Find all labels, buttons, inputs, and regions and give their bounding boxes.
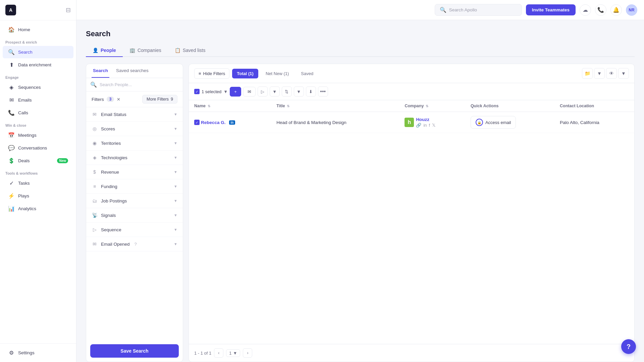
filters-clear-icon[interactable]: ✕ bbox=[117, 97, 120, 102]
tab-saved-lists[interactable]: 📋 Saved lists bbox=[168, 44, 212, 57]
toolbar-dropdown-btn[interactable]: ▼ bbox=[594, 68, 605, 79]
linkedin-company-icon[interactable]: in bbox=[423, 123, 427, 128]
app-logo[interactable]: A bbox=[5, 5, 16, 15]
user-avatar[interactable]: NR bbox=[626, 4, 637, 16]
sort-arrow-icon: ⇅ bbox=[208, 104, 210, 108]
filter-item-email-status[interactable]: ✉ Email Status ▼ bbox=[86, 107, 183, 122]
download-button[interactable]: ⬇ bbox=[306, 86, 316, 97]
page-dropdown-icon: ▼ bbox=[233, 351, 237, 356]
hide-filters-label: Hide Filters bbox=[203, 71, 225, 76]
filter-item-email-opened[interactable]: ✉ Email Opened ? ▼ bbox=[86, 237, 183, 251]
website-link-icon[interactable]: 🔗 bbox=[416, 123, 421, 128]
filter-item-scores[interactable]: ◎ Scores ▼ bbox=[86, 122, 183, 136]
access-email-button[interactable]: 🔒 Access email bbox=[471, 116, 516, 129]
linkedin-icon[interactable]: in bbox=[229, 120, 235, 125]
results-toolbar-right: 📁 ▼ 👁 ▼ bbox=[582, 68, 629, 79]
result-tab-saved[interactable]: Saved bbox=[296, 69, 318, 78]
filter-search-input[interactable] bbox=[100, 82, 179, 87]
job-title-text: Head of Brand & Marketing Design bbox=[276, 120, 346, 125]
results-toolbar-left: ≡ Hide Filters Total (1) Net New (1) Sav… bbox=[194, 68, 318, 79]
search-apollo-box[interactable]: 🔍 Search Apollo bbox=[435, 4, 522, 16]
more-filters-button[interactable]: More Filters 9 bbox=[142, 95, 177, 104]
filter-item-signals[interactable]: 📡 Signals ▼ bbox=[86, 208, 183, 223]
help-button[interactable]: ? bbox=[621, 339, 636, 354]
sidebar-item-tasks[interactable]: ✓ Tasks bbox=[3, 177, 73, 189]
chevron-down-icon: ▼ bbox=[174, 112, 177, 116]
result-tab-total[interactable]: Total (1) bbox=[232, 69, 258, 78]
selected-count-label: 1 selected bbox=[202, 89, 221, 94]
filter-header: Filters 3 ✕ More Filters 9 bbox=[86, 92, 183, 107]
topbar-upload-icon[interactable]: ☁ bbox=[580, 4, 591, 16]
export-icon-btn[interactable]: 📁 bbox=[582, 68, 593, 79]
sidebar-section-prospect: Prospect & enrich bbox=[0, 36, 76, 46]
tab-people[interactable]: 👤 People bbox=[86, 44, 123, 57]
filter-item-job-postings[interactable]: 🗂 Job Postings ▼ bbox=[86, 194, 183, 208]
filter-item-funding[interactable]: ≡ Funding ▼ bbox=[86, 179, 183, 194]
search-apollo-icon: 🔍 bbox=[440, 7, 446, 13]
person-name-link[interactable]: Rebecca G. bbox=[201, 120, 226, 125]
send-action-button[interactable]: ▷ bbox=[258, 86, 268, 97]
page-select-dropdown[interactable]: 1 ▼ bbox=[226, 349, 240, 357]
facebook-icon[interactable]: f bbox=[429, 123, 430, 128]
save-search-button[interactable]: Save Search bbox=[90, 344, 179, 358]
tasks-icon: ✓ bbox=[8, 180, 15, 186]
filter-action-button[interactable]: ⇅ bbox=[282, 86, 292, 97]
sidebar-item-sequences[interactable]: ◈ Sequences bbox=[3, 81, 73, 94]
filter-dropdown-button[interactable]: ▼ bbox=[294, 86, 304, 97]
view-icon-btn[interactable]: 👁 bbox=[606, 68, 617, 79]
topbar-phone-icon[interactable]: 📞 bbox=[595, 4, 606, 16]
filter-tab-saved-searches[interactable]: Saved searches bbox=[115, 64, 150, 78]
hide-filters-button[interactable]: ≡ Hide Filters bbox=[194, 68, 229, 79]
sidebar-item-meetings[interactable]: 📅 Meetings bbox=[3, 129, 73, 141]
topbar-bell-icon[interactable]: 🔔 bbox=[610, 4, 622, 16]
sidebar-toggle-icon[interactable]: ⊟ bbox=[66, 6, 71, 14]
more-actions-button[interactable]: ••• bbox=[318, 86, 328, 97]
sidebar-item-calls[interactable]: 📞 Calls bbox=[3, 107, 73, 119]
filter-item-revenue[interactable]: $ Revenue ▼ bbox=[86, 165, 183, 179]
sidebar-item-home[interactable]: 🏠 Home bbox=[3, 23, 73, 36]
invite-teammates-button[interactable]: Invite Teammates bbox=[526, 4, 576, 15]
filter-label: Funding bbox=[101, 184, 117, 189]
sidebar-item-search[interactable]: 🔍 Search bbox=[3, 46, 73, 58]
filter-item-technologies[interactable]: ◈ Technologies ▼ bbox=[86, 150, 183, 165]
sidebar-item-label: Plays bbox=[18, 193, 29, 198]
filter-item-sequence[interactable]: ▷ Sequence ▼ bbox=[86, 223, 183, 237]
prev-page-button[interactable]: ‹ bbox=[214, 348, 223, 358]
filter-tab-search[interactable]: Search bbox=[92, 64, 109, 78]
sidebar-item-settings[interactable]: ⚙ Settings bbox=[3, 347, 73, 359]
company-name-link[interactable]: Houzz bbox=[416, 117, 435, 122]
sequence-icon: ▷ bbox=[92, 227, 98, 232]
view-dropdown-btn[interactable]: ▼ bbox=[618, 68, 629, 79]
selected-checkbox-icon[interactable]: ✓ bbox=[194, 89, 200, 94]
sidebar-item-label: Data enrichment bbox=[18, 62, 51, 67]
tab-label: Saved lists bbox=[183, 48, 206, 53]
chevron-down-icon: ▼ bbox=[174, 170, 177, 174]
sidebar-item-deals[interactable]: 💲 Deals New bbox=[3, 155, 73, 167]
location-text: Palo Alto, California bbox=[560, 120, 599, 125]
chevron-down-icon: ▼ bbox=[174, 213, 177, 217]
sidebar-item-plays[interactable]: ⚡ Plays bbox=[3, 190, 73, 202]
selected-dropdown-icon[interactable]: ▼ bbox=[223, 89, 228, 94]
company-info: h Houzz 🔗 in f 𝕏 bbox=[405, 117, 435, 128]
filter-item-territories[interactable]: ◉ Territories ▼ bbox=[86, 136, 183, 150]
send-dropdown-button[interactable]: ▼ bbox=[270, 86, 280, 97]
sidebar-item-conversations[interactable]: 💬 Conversations bbox=[3, 142, 73, 154]
territories-icon: ◉ bbox=[92, 140, 98, 146]
plays-icon: ⚡ bbox=[8, 193, 15, 199]
sidebar-item-emails[interactable]: ✉ Emails bbox=[3, 94, 73, 106]
add-to-sequence-button[interactable]: + bbox=[230, 87, 241, 97]
next-page-button[interactable]: › bbox=[243, 348, 252, 358]
email-action-button[interactable]: ✉ bbox=[243, 87, 256, 97]
sidebar-item-label: Deals bbox=[18, 158, 30, 163]
cell-name: ✓ Rebecca G. in bbox=[189, 112, 271, 133]
content-area: Search 👤 People 🏢 Companies 📋 Saved list… bbox=[76, 20, 644, 362]
selection-checkbox[interactable]: ✓ 1 selected ▼ bbox=[194, 89, 228, 94]
sidebar-item-data-enrichment[interactable]: ⬆ Data enrichment bbox=[3, 59, 73, 71]
filter-label: Email Status bbox=[101, 112, 126, 117]
sidebar-item-analytics[interactable]: 📊 Analytics bbox=[3, 202, 73, 215]
col-header-quick-actions: Quick Actions bbox=[465, 100, 554, 112]
result-tab-net-new[interactable]: Net New (1) bbox=[261, 69, 293, 78]
tab-companies[interactable]: 🏢 Companies bbox=[123, 44, 168, 57]
twitter-icon[interactable]: 𝕏 bbox=[432, 123, 435, 128]
row-checkbox[interactable]: ✓ bbox=[194, 120, 200, 125]
